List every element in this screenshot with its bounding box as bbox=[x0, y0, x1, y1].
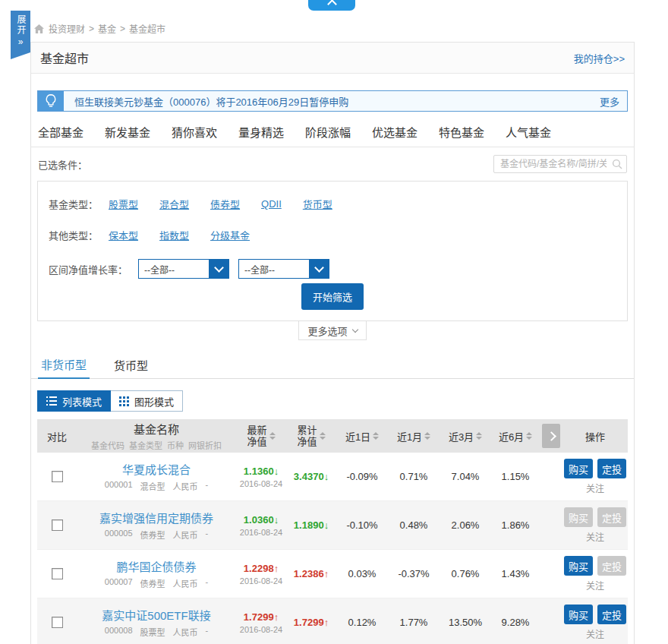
chevron-up-icon bbox=[327, 0, 337, 9]
fund-name-link[interactable]: 华夏成长混合 bbox=[122, 461, 191, 477]
latest-nav-value: 1.7299↑ bbox=[244, 611, 279, 623]
period-1d-column-header[interactable]: 近1日 bbox=[336, 429, 388, 444]
fund-name-link[interactable]: 鹏华国企债债券 bbox=[116, 558, 196, 574]
breadcrumb-current: 基金超市 bbox=[129, 22, 165, 35]
fund-type-link[interactable]: QDII bbox=[261, 198, 282, 210]
nav-date: 2016-08-24 bbox=[240, 625, 282, 634]
chevron-down-icon bbox=[351, 327, 358, 333]
buy-button[interactable]: 购买 bbox=[564, 459, 593, 478]
next-columns-button[interactable] bbox=[542, 424, 560, 448]
fund-type-label: 基金类型： bbox=[49, 197, 98, 211]
period-m6-cell: 1.15% bbox=[491, 471, 540, 482]
compare-checkbox[interactable] bbox=[52, 471, 63, 482]
table-row: 嘉实中证500ETF联接000008股票型人民币-1.7299↑2016-08-… bbox=[37, 598, 628, 644]
period-m1-cell: 0.48% bbox=[388, 519, 440, 531]
fund-name-link[interactable]: 嘉实增强信用定期债券 bbox=[99, 510, 213, 526]
nav-tab[interactable]: 猜你喜欢 bbox=[172, 124, 217, 140]
period-6m-column-header[interactable]: 近6月 bbox=[491, 429, 540, 444]
fund-type-link[interactable]: 债券型 bbox=[210, 197, 240, 211]
fund-meta-discount: - bbox=[206, 480, 209, 492]
sort-icon bbox=[269, 432, 276, 440]
fund-category-tabs: 非货币型货币型 bbox=[31, 351, 634, 379]
nav-tab[interactable]: 优选基金 bbox=[372, 124, 417, 140]
fund-meta-currency: 人民币 bbox=[173, 480, 198, 492]
aip-button[interactable]: 定投 bbox=[597, 459, 626, 478]
accum-nav-cell: 1.2386↑ bbox=[286, 568, 336, 579]
follow-link[interactable]: 关注 bbox=[586, 627, 604, 640]
breadcrumb-link-fund[interactable]: 基金 bbox=[98, 22, 116, 35]
action-cell: 购买定投关注 bbox=[562, 556, 628, 592]
period-d1-cell: -0.10% bbox=[336, 519, 388, 531]
action-cell: 购买定投关注 bbox=[562, 459, 628, 494]
period-m3-cell: 13.50% bbox=[440, 617, 491, 628]
growth-to-select[interactable]: --全部-- bbox=[238, 259, 329, 279]
buy-button[interactable]: 购买 bbox=[564, 605, 593, 624]
accum-nav-value: 1.7299↑ bbox=[294, 617, 329, 628]
fund-name-cell: 华夏成长混合000001混合型人民币- bbox=[77, 461, 236, 492]
nav-tab[interactable]: 全部基金 bbox=[38, 124, 84, 140]
compare-checkbox[interactable] bbox=[52, 617, 63, 628]
other-type-link[interactable]: 指数型 bbox=[159, 228, 189, 242]
nav-tab[interactable]: 人气基金 bbox=[506, 124, 551, 140]
nav-tab[interactable]: 阶段涨幅 bbox=[305, 124, 351, 140]
other-type-link[interactable]: 分级基金 bbox=[210, 228, 250, 242]
view-mode-list[interactable]: 列表模式 bbox=[37, 390, 111, 412]
fund-category-tab[interactable]: 非货币型 bbox=[38, 351, 90, 379]
nav-tab[interactable]: 特色基金 bbox=[439, 124, 484, 140]
other-type-link[interactable]: 保本型 bbox=[109, 228, 138, 242]
aip-button[interactable]: 定投 bbox=[597, 605, 626, 624]
home-icon[interactable] bbox=[33, 24, 45, 34]
fund-name-cell: 嘉实中证500ETF联接000008股票型人民币- bbox=[77, 607, 236, 638]
fund-meta-code: 000001 bbox=[105, 480, 133, 492]
grid-icon bbox=[119, 396, 129, 406]
growth-from-value: --全部-- bbox=[139, 260, 209, 278]
fund-meta: 000001混合型人民币- bbox=[105, 480, 208, 492]
nav-tab[interactable]: 量身精选 bbox=[238, 124, 284, 140]
view-mode-grid[interactable]: 图形模式 bbox=[111, 390, 183, 412]
collapse-panel-button[interactable] bbox=[308, 0, 355, 11]
fund-name-link[interactable]: 嘉实中证500ETF联接 bbox=[102, 607, 210, 623]
period-3m-column-header[interactable]: 近3月 bbox=[440, 429, 491, 444]
trend-arrow-icon: ↑ bbox=[324, 568, 329, 579]
fund-meta-type: 债券型 bbox=[140, 577, 165, 589]
follow-link[interactable]: 关注 bbox=[586, 481, 604, 494]
notice-bar: 恒生联接美元钞基金（000076）将于2016年06月29日暂停申购 更多 bbox=[37, 90, 628, 112]
start-filter-button[interactable]: 开始筛选 bbox=[301, 283, 364, 310]
latest-nav-column-header[interactable]: 最新净值 bbox=[236, 425, 286, 447]
nav-date: 2016-08-24 bbox=[240, 528, 282, 537]
fund-category-tab[interactable]: 货币型 bbox=[111, 351, 151, 378]
growth-from-select[interactable]: --全部-- bbox=[138, 259, 229, 279]
latest-nav-cell: 1.1360↓2016-08-24 bbox=[236, 466, 286, 488]
fund-meta-discount: - bbox=[206, 577, 209, 589]
notice-more-link[interactable]: 更多 bbox=[600, 91, 627, 111]
table-row: 嘉实增强信用定期债券000005债券型人民币-1.0360↓2016-08-24… bbox=[37, 501, 628, 550]
sort-icon bbox=[526, 432, 532, 440]
more-options-toggle[interactable]: 更多选项 bbox=[298, 321, 367, 340]
search-input[interactable] bbox=[493, 155, 627, 173]
trend-arrow-icon: ↓ bbox=[274, 466, 279, 477]
period-d1-cell: 0.12% bbox=[336, 617, 388, 628]
buy-button[interactable]: 购买 bbox=[564, 556, 593, 576]
fund-type-link[interactable]: 股票型 bbox=[109, 197, 138, 211]
accum-nav-column-header[interactable]: 累计净值 bbox=[286, 425, 336, 447]
selected-criteria-row: 已选条件： bbox=[31, 147, 634, 179]
compare-checkbox[interactable] bbox=[52, 568, 63, 579]
follow-link[interactable]: 关注 bbox=[586, 530, 604, 543]
fund-type-link[interactable]: 混合型 bbox=[159, 197, 189, 211]
compare-checkbox[interactable] bbox=[52, 519, 63, 531]
my-holdings-link[interactable]: 我的持仓>> bbox=[574, 51, 625, 65]
compare-cell bbox=[37, 568, 77, 579]
period-m3-cell: 2.06% bbox=[440, 519, 491, 531]
accum-nav-cell: 1.7299↑ bbox=[286, 617, 336, 628]
period-1m-column-header[interactable]: 近1月 bbox=[388, 429, 440, 444]
compare-cell bbox=[37, 519, 77, 531]
expand-sidebar-ribbon[interactable]: 展开 » bbox=[11, 11, 30, 59]
start-filter-row: 开始筛选 bbox=[49, 283, 616, 310]
accum-nav-value: 1.2386↑ bbox=[294, 568, 329, 579]
nav-date: 2016-08-24 bbox=[240, 576, 282, 586]
follow-link[interactable]: 关注 bbox=[586, 579, 604, 592]
nav-tab[interactable]: 新发基金 bbox=[105, 124, 150, 140]
fund-type-link[interactable]: 货币型 bbox=[303, 197, 332, 211]
search-icon[interactable] bbox=[612, 159, 622, 172]
breadcrumb-link-invest[interactable]: 投资理财 bbox=[49, 22, 85, 35]
